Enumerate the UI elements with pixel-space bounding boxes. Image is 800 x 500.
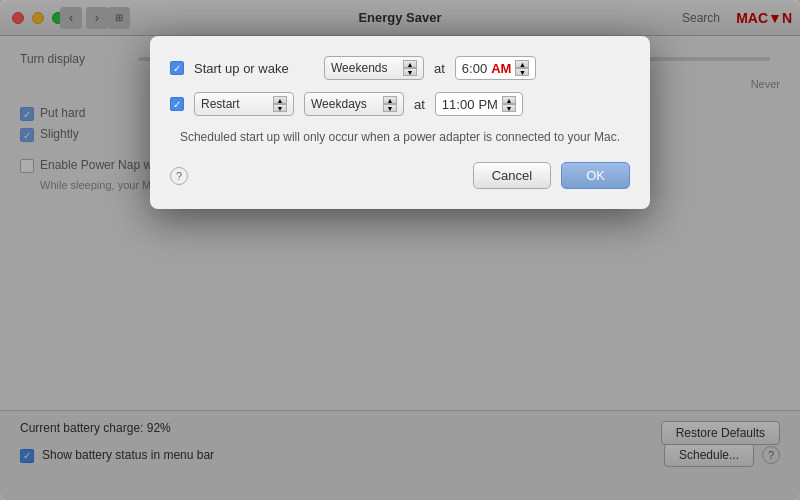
startup-label: Start up or wake <box>194 61 314 76</box>
restart-action-stepper[interactable]: ▲ ▼ <box>273 96 287 112</box>
modal-row-1: ✓ Start up or wake Weekends ▲ ▼ at 6:00 … <box>170 56 630 80</box>
modal-row-2: ✓ Restart ▲ ▼ Weekdays ▲ ▼ <box>170 92 630 116</box>
restart-sch-stepper-up[interactable]: ▲ <box>383 96 397 104</box>
startup-ampm: AM <box>491 61 511 76</box>
modal-note: Scheduled start up will only occur when … <box>170 128 630 146</box>
restart-time-box[interactable]: 11:00 PM ▲ ▼ <box>435 92 523 116</box>
restart-schedule-value: Weekdays <box>311 97 367 111</box>
modal-buttons: ? Cancel OK <box>170 162 630 189</box>
modal-overlay: ✓ Start up or wake Weekends ▲ ▼ at 6:00 … <box>0 0 800 500</box>
startup-at-label: at <box>434 61 445 76</box>
restart-schedule-stepper[interactable]: ▲ ▼ <box>383 96 397 112</box>
action-stepper-up[interactable]: ▲ <box>273 96 287 104</box>
restart-schedule-select[interactable]: Weekdays ▲ ▼ <box>304 92 404 116</box>
time-stepper-down[interactable]: ▼ <box>515 68 529 76</box>
restart-at-label: at <box>414 97 425 112</box>
restart-checkbox[interactable]: ✓ <box>170 97 184 111</box>
startup-schedule-select[interactable]: Weekends ▲ ▼ <box>324 56 424 80</box>
main-window: ‹ › ⊞ Energy Saver Search MAC▼N Turn dis… <box>0 0 800 500</box>
startup-time-box[interactable]: 6:00 AM ▲ ▼ <box>455 56 537 80</box>
startup-schedule-value: Weekends <box>331 61 387 75</box>
startup-checkbox[interactable]: ✓ <box>170 61 184 75</box>
startup-time-value: 6:00 <box>462 61 487 76</box>
action-stepper-down[interactable]: ▼ <box>273 104 287 112</box>
ok-button[interactable]: OK <box>561 162 630 189</box>
restart-time-stepper-down[interactable]: ▼ <box>502 104 516 112</box>
startup-time-stepper[interactable]: ▲ ▼ <box>515 60 529 76</box>
time-stepper-up[interactable]: ▲ <box>515 60 529 68</box>
cancel-button[interactable]: Cancel <box>473 162 551 189</box>
schedule-modal: ✓ Start up or wake Weekends ▲ ▼ at 6:00 … <box>150 36 650 209</box>
restart-time-value: 11:00 <box>442 97 475 112</box>
help-icon-modal[interactable]: ? <box>170 167 188 185</box>
restart-action-value: Restart <box>201 97 240 111</box>
stepper-down[interactable]: ▼ <box>403 68 417 76</box>
startup-schedule-stepper[interactable]: ▲ ▼ <box>403 60 417 76</box>
restart-time-stepper[interactable]: ▲ ▼ <box>502 96 516 112</box>
restart-sch-stepper-down[interactable]: ▼ <box>383 104 397 112</box>
stepper-up[interactable]: ▲ <box>403 60 417 68</box>
restart-time-stepper-up[interactable]: ▲ <box>502 96 516 104</box>
restart-ampm: PM <box>478 97 498 112</box>
restart-action-select[interactable]: Restart ▲ ▼ <box>194 92 294 116</box>
